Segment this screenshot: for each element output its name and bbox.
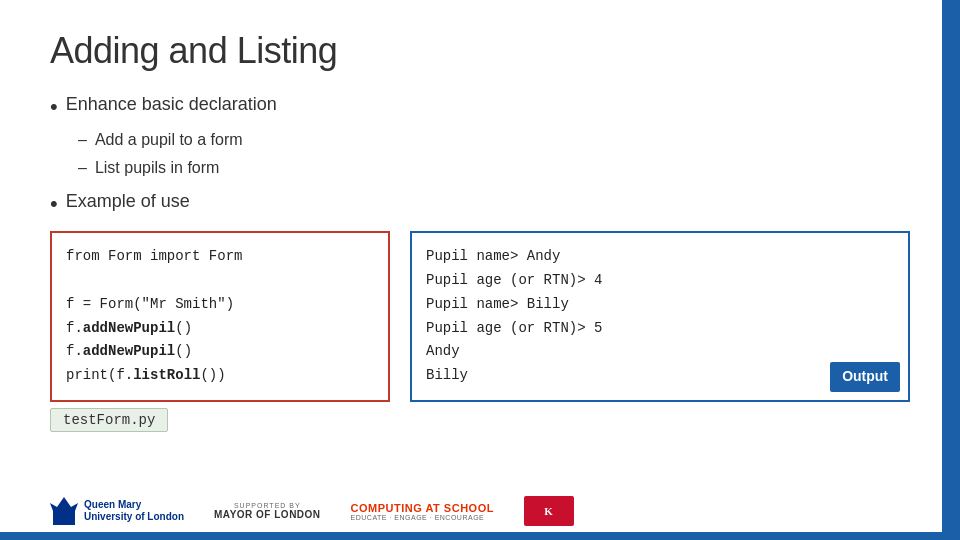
output-line-1: Pupil name> Andy bbox=[426, 248, 560, 264]
output-line-4: Pupil age (or RTN)> 5 bbox=[426, 320, 602, 336]
code-line-4: f.addNewPupil() bbox=[66, 320, 192, 336]
code-line-1: from Form import Form bbox=[66, 248, 242, 264]
mayor-main-text: MAYOR OF LONDON bbox=[214, 509, 321, 520]
output-line-3: Pupil name> Billy bbox=[426, 296, 569, 312]
qm-text-line2: University of London bbox=[84, 511, 184, 523]
code-box-left: from Form import Form f = Form("Mr Smith… bbox=[50, 231, 390, 402]
output-label: Output bbox=[830, 362, 900, 392]
bottom-accent-bar bbox=[0, 532, 942, 540]
qm-crown-icon bbox=[50, 497, 78, 525]
slide: Adding and Listing Enhance basic declara… bbox=[0, 0, 960, 540]
footer: Queen Mary University of London SUPPORTE… bbox=[50, 496, 930, 526]
slide-title: Adding and Listing bbox=[50, 30, 910, 72]
kcl-logo: K bbox=[524, 496, 574, 526]
mayor-logo: SUPPORTED BY MAYOR OF LONDON bbox=[214, 502, 321, 520]
code-line-3: f = Form("Mr Smith") bbox=[66, 296, 234, 312]
output-box: Pupil name> Andy Pupil age (or RTN)> 4 P… bbox=[410, 231, 910, 402]
sub-bullet-1: Add a pupil to a form bbox=[78, 126, 910, 153]
output-line-6: Billy bbox=[426, 367, 468, 383]
file-label: testForm.py bbox=[50, 408, 168, 432]
sub-bullets: Add a pupil to a form List pupils in for… bbox=[78, 126, 910, 180]
code-left-panel: from Form import Form f = Form("Mr Smith… bbox=[50, 231, 390, 432]
bullet-2: Example of use bbox=[50, 191, 910, 217]
bullet-1: Enhance basic declaration bbox=[50, 94, 910, 120]
output-line-5: Andy bbox=[426, 343, 460, 359]
kcl-text: K bbox=[544, 505, 554, 517]
sub-bullet-2: List pupils in form bbox=[78, 154, 910, 181]
cas-sub-text: EDUCATE · ENGAGE · ENCOURAGE bbox=[351, 514, 494, 521]
right-accent-bar bbox=[942, 0, 960, 540]
code-section: from Form import Form f = Form("Mr Smith… bbox=[50, 231, 910, 432]
mayor-sup-text: SUPPORTED BY bbox=[234, 502, 301, 509]
code-right-panel: Pupil name> Andy Pupil age (or RTN)> 4 P… bbox=[410, 231, 910, 432]
svg-rect-2 bbox=[53, 517, 75, 525]
qm-text-line1: Queen Mary bbox=[84, 499, 184, 511]
output-line-2: Pupil age (or RTN)> 4 bbox=[426, 272, 602, 288]
cas-main-text: COMPUTING AT SCHOOL bbox=[351, 502, 494, 514]
code-line-6: print(f.listRoll()) bbox=[66, 367, 226, 383]
qm-logo: Queen Mary University of London bbox=[50, 497, 184, 525]
cas-logo: COMPUTING AT SCHOOL EDUCATE · ENGAGE · E… bbox=[351, 502, 494, 521]
code-line-5: f.addNewPupil() bbox=[66, 343, 192, 359]
